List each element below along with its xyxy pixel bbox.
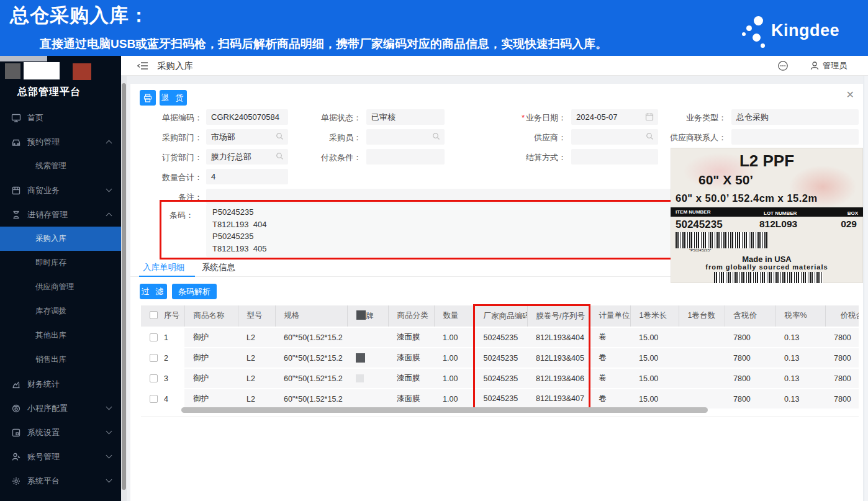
column-header-label: 规格	[284, 311, 300, 320]
sidebar-item-miniapp-config[interactable]: 小程序配置	[0, 396, 121, 420]
barcode-line: T812L193 404	[212, 219, 666, 231]
sidebar-item-label: 其他出库	[35, 330, 66, 341]
table-cell: 812L193&404	[527, 327, 589, 348]
cell-value: 15.00	[639, 395, 658, 404]
cell-value: 御护	[193, 374, 209, 382]
sidebar-item-label: 财务统计	[27, 379, 60, 390]
order-dept-field[interactable]: 膜力行总部	[206, 149, 288, 165]
search-icon[interactable]	[432, 132, 440, 140]
row-checkbox[interactable]	[150, 333, 158, 341]
product-label-photo: L2 PPF 60" X 50’ 60" x 50.0’ 152.4cm x 1…	[671, 148, 863, 283]
label-made-in: Made in USA	[671, 255, 863, 264]
item-barcode	[676, 232, 767, 248]
table-cell: 御护	[184, 389, 238, 409]
table-cell	[679, 389, 725, 409]
column-header-label: 序号	[164, 311, 179, 320]
sidebar-item-label: 供应商管理	[35, 282, 75, 292]
column-header-label: 牌	[366, 312, 374, 320]
purchase-dept-field[interactable]: 市场部	[206, 129, 288, 145]
supplier-contact-field[interactable]	[731, 129, 859, 145]
field-label: 单据编码：	[139, 112, 202, 124]
table-cell: 1.00	[434, 327, 474, 348]
column-header: 商品名称	[184, 305, 238, 328]
doc-status-field[interactable]: 已审核	[366, 109, 445, 125]
cell-value: L2	[246, 333, 255, 342]
table-cell: 1.00	[434, 348, 474, 368]
row-checkbox[interactable]	[150, 354, 158, 362]
sidebar-item-other-outbound[interactable]: 其他出库	[0, 323, 121, 348]
remark-field[interactable]	[206, 189, 672, 204]
sidebar-item-leads[interactable]: 线索管理	[0, 154, 121, 178]
field-label: 数量合计：	[139, 172, 202, 183]
search-icon[interactable]	[276, 152, 284, 160]
miniapp-icon	[11, 404, 21, 413]
cell-value: 7800	[733, 395, 751, 404]
sidebar-item-realtime-stock[interactable]: 即时库存	[0, 251, 121, 275]
table-cell: 4	[141, 389, 184, 409]
table-cell: 漆面膜	[388, 327, 434, 348]
table-cell: L2	[238, 368, 275, 389]
close-icon[interactable]: ✕	[846, 89, 854, 101]
cell-value: 0.13	[784, 354, 799, 363]
payment-terms-field[interactable]	[366, 149, 445, 165]
cell-value: 卷	[599, 333, 607, 341]
horizontal-scrollbar[interactable]	[181, 407, 708, 413]
sidebar-item-trade[interactable]: 商贸业务	[0, 178, 121, 202]
sidebar-item-system-settings[interactable]: 系统设置	[0, 420, 121, 445]
barcode-parse-button[interactable]: 条码解析	[172, 284, 217, 299]
purchaser-field[interactable]	[366, 129, 445, 145]
search-icon[interactable]	[276, 132, 284, 140]
row-checkbox[interactable]	[150, 374, 158, 382]
sidebar-item-label: 线索管理	[35, 161, 66, 171]
sidebar-item-booking[interactable]: 预约管理	[0, 130, 121, 154]
cell-value: 7800	[834, 395, 851, 404]
shop-icon	[11, 186, 21, 196]
cell-value: 1.00	[443, 333, 458, 342]
sidebar-item-sales-outbound[interactable]: 销售出库	[0, 348, 121, 372]
menu-fold-icon[interactable]	[137, 61, 148, 71]
table-cell: 御护	[184, 327, 238, 348]
table-cell: 60"*50(1.52*15.2	[275, 327, 347, 348]
row-checkbox[interactable]	[150, 395, 158, 403]
right-scrollbar-track[interactable]	[864, 76, 868, 501]
sidebar-item-home[interactable]: 首页	[0, 106, 121, 130]
vertical-scrollbar[interactable]	[121, 76, 127, 501]
cell-value: 60"*50(1.52*15.2	[284, 333, 343, 342]
cell-value: 812L193&405	[536, 354, 584, 363]
select-all-checkbox[interactable]	[150, 311, 158, 319]
user-name: 管理员	[823, 60, 847, 71]
barcode-textarea[interactable]: P50245235 T812L193 404 P50245235 T812L19…	[206, 204, 672, 257]
chevron-up-icon	[106, 140, 112, 147]
cell-value: 7800	[733, 333, 751, 342]
message-icon[interactable]	[777, 60, 789, 71]
sidebar: 总部管理平台 首页 预约管理 线索管理 商贸业务 进销存管理 采购入库	[0, 56, 121, 501]
print-button[interactable]	[140, 90, 156, 106]
doc-code-field[interactable]: CGRK2405070584	[206, 109, 288, 125]
sidebar-item-stock-transfer[interactable]: 库存调拨	[0, 299, 121, 323]
user-menu[interactable]: 管理员	[810, 60, 847, 71]
cell-value: 7800	[834, 333, 851, 342]
sidebar-item-finance-stats[interactable]: 财务统计	[0, 372, 121, 396]
bottom-barcode	[714, 272, 823, 283]
cell-value: 卷	[599, 374, 607, 382]
cell-value: 7800	[834, 354, 851, 363]
settlement-field[interactable]	[571, 149, 658, 165]
column-header-label: 1卷米长	[640, 311, 667, 320]
sidebar-item-account-mgmt[interactable]: 账号管理	[0, 445, 121, 469]
filter-button[interactable]: 过 滤	[140, 284, 167, 299]
chevron-down-icon	[106, 477, 112, 483]
return-goods-button[interactable]: 退 货	[160, 90, 187, 106]
table-cell: 812L193&407	[527, 389, 589, 409]
scrollbar-thumb[interactable]	[122, 83, 126, 490]
sidebar-item-purchase-inbound[interactable]: 采购入库	[0, 227, 121, 251]
tab-inbound-detail[interactable]: 入库单明细	[143, 262, 185, 273]
sidebar-item-system-platform[interactable]: 系统平台	[0, 469, 121, 493]
biz-type-field[interactable]: 总仓采购	[731, 109, 859, 125]
column-header[interactable]: 序号	[141, 305, 184, 328]
tab-system-info[interactable]: 系统信息	[202, 262, 235, 273]
sidebar-item-label: 库存调拨	[35, 306, 66, 317]
cell-value: L2	[246, 354, 255, 363]
sidebar-item-supplier-mgmt[interactable]: 供应商管理	[0, 275, 121, 299]
qty-total-field[interactable]: 4	[206, 169, 288, 184]
sidebar-item-inventory[interactable]: 进销存管理	[0, 202, 121, 227]
